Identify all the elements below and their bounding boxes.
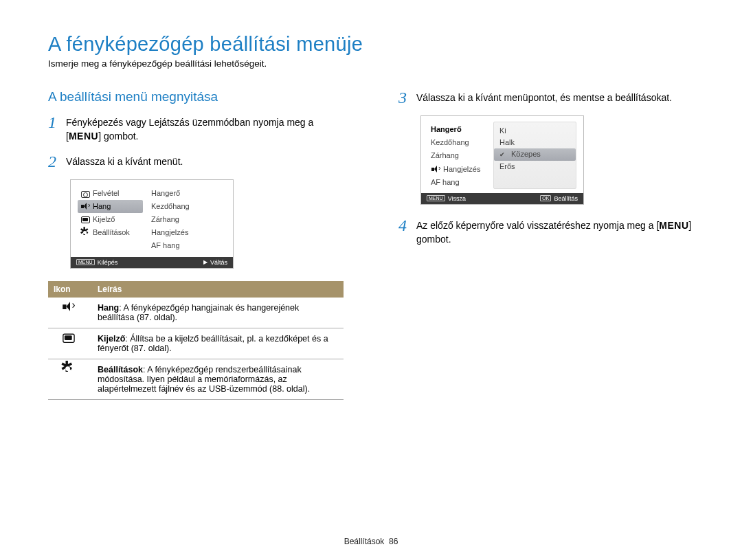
page-footer: Beállítások 86 — [0, 537, 742, 546]
lcd2-left-3: Hangjelzés — [443, 165, 480, 174]
gear-icon — [62, 362, 78, 379]
icon-description-table: Ikon Leírás Hang: A fényképezőgép hangja… — [48, 281, 344, 400]
camera-icon — [80, 189, 89, 198]
ok-footer-icon: OK — [540, 195, 551, 201]
check-icon: ✔ — [499, 151, 505, 159]
lcd-screenshot-1: Felvétel Hang Kijelző Beállítások Hanger… — [70, 179, 234, 269]
step-number: 1 — [48, 114, 66, 144]
step2-text: Válassza ki a kívánt menüt. — [66, 153, 183, 170]
display-icon — [62, 331, 78, 348]
lcd2-right-3: Erős — [494, 161, 576, 172]
menu-label: MENU — [69, 131, 98, 142]
menu-footer-icon: MENU — [427, 195, 445, 201]
gear-icon — [80, 228, 89, 237]
table-head-desc: Leírás — [92, 281, 344, 298]
lcd1-footer-left: Kilépés — [98, 259, 118, 266]
row3-bold: Beállítások — [98, 365, 143, 374]
lcd2-left-4: AF hang — [428, 176, 493, 189]
row2-bold: Kijelző — [98, 334, 125, 344]
lcd1-left-1: Hang — [93, 202, 111, 211]
section-title: A beállítási menü megnyitása — [48, 89, 344, 104]
lcd1-left-3: Beállítások — [93, 228, 130, 237]
lcd1-left-2: Kijelző — [93, 215, 115, 224]
step3-text: Válassza ki a kívánt menüpontot, és ment… — [416, 89, 672, 106]
triangle-right-icon: ▶ — [203, 259, 207, 265]
page-subtitle: Ismerje meg a fényképezőgép beállítási l… — [48, 58, 694, 69]
lcd1-right-4: AF hang — [148, 239, 226, 252]
step-2: 2 Válassza ki a kívánt menüt. — [48, 153, 344, 170]
lcd2-left-1: Kezdőhang — [428, 136, 493, 149]
lcd2-footer-left: Vissza — [448, 195, 466, 202]
lcd1-right-2: Zárhang — [148, 213, 226, 226]
lcd1-right-1: Kezdőhang — [148, 200, 226, 213]
lcd2-left-0: Hangerő — [428, 123, 493, 136]
lcd1-footer-right: Váltás — [210, 259, 227, 266]
lcd-screenshot-2: Hangerő Kezdőhang Zárhang Hangjelzés AF … — [420, 115, 584, 205]
step-1: 1 Fényképezés vagy Lejátszás üzemmódban … — [48, 114, 344, 144]
table-head-icon: Ikon — [48, 281, 92, 298]
row1-text: : A fényképezőgép hangjainak és hangerej… — [98, 303, 299, 322]
lcd2-footer-right: Beállítás — [554, 195, 578, 202]
lcd2-left-2: Zárhang — [428, 149, 493, 162]
page-title: A fényképezőgép beállítási menüje — [48, 33, 694, 56]
speaker-icon — [62, 300, 78, 317]
step-number: 2 — [48, 153, 66, 170]
lcd2-right-1: Halk — [494, 137, 576, 148]
lcd1-right-3: Hangjelzés — [148, 226, 226, 239]
step-4: 4 Az előző képernyőre való visszatéréshe… — [398, 217, 694, 247]
row1-bold: Hang — [98, 303, 119, 313]
step4-text-a: Az előző képernyőre való visszatéréshez … — [416, 220, 659, 231]
footer-section: Beállítások — [344, 537, 385, 546]
step-number: 4 — [398, 217, 416, 247]
lcd1-right-0: Hangerő — [148, 187, 226, 200]
speaker-icon — [80, 202, 89, 211]
menu-label: MENU — [659, 220, 688, 231]
lcd1-left-0: Felvétel — [93, 189, 120, 198]
display-icon — [80, 215, 89, 224]
lcd2-right-0: Ki — [494, 125, 576, 137]
step-number: 3 — [398, 89, 416, 106]
step-3: 3 Válassza ki a kívánt menüpontot, és me… — [398, 89, 694, 106]
footer-page: 86 — [389, 537, 398, 546]
row2-text: : Állítsa be a kijelző beállításait, pl.… — [98, 334, 328, 353]
step1-text-c: ] gombot. — [98, 131, 138, 142]
menu-footer-icon: MENU — [76, 259, 95, 265]
speaker-icon — [431, 165, 440, 174]
lcd2-right-2: Közepes — [511, 150, 541, 159]
